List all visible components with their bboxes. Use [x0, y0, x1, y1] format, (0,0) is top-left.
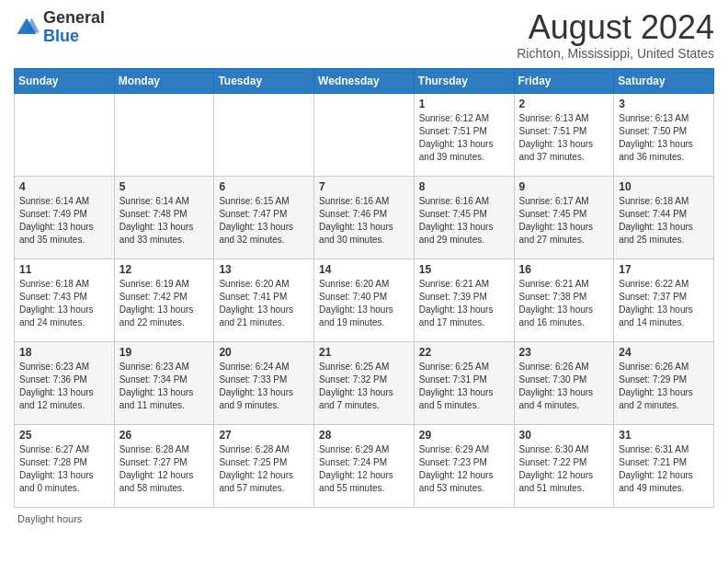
header-row: SundayMondayTuesdayWednesdayThursdayFrid… [15, 68, 714, 93]
calendar-cell: 7Sunrise: 6:16 AM Sunset: 7:46 PM Daylig… [314, 176, 415, 259]
calendar-cell: 17Sunrise: 6:22 AM Sunset: 7:37 PM Dayli… [614, 259, 714, 341]
calendar-cell: 22Sunrise: 6:25 AM Sunset: 7:31 PM Dayli… [414, 341, 514, 424]
header-day-tuesday: Tuesday [214, 68, 314, 93]
calendar-body: 1Sunrise: 6:12 AM Sunset: 7:51 PM Daylig… [15, 93, 714, 507]
calendar-cell: 19Sunrise: 6:23 AM Sunset: 7:34 PM Dayli… [114, 341, 214, 424]
calendar-cell: 9Sunrise: 6:17 AM Sunset: 7:45 PM Daylig… [514, 176, 614, 259]
calendar-cell: 16Sunrise: 6:21 AM Sunset: 7:38 PM Dayli… [514, 259, 614, 341]
calendar-cell: 5Sunrise: 6:14 AM Sunset: 7:48 PM Daylig… [114, 176, 214, 259]
day-number: 20 [219, 346, 309, 359]
logo-general-text: General [43, 9, 105, 28]
day-number: 10 [619, 180, 709, 193]
day-number: 28 [319, 429, 409, 442]
day-number: 19 [119, 346, 210, 359]
day-number: 23 [519, 346, 609, 359]
day-info: Sunrise: 6:19 AM Sunset: 7:42 PM Dayligh… [119, 278, 210, 329]
day-info: Sunrise: 6:17 AM Sunset: 7:45 PM Dayligh… [519, 195, 609, 247]
title-block: August 2024 Richton, Mississippi, United… [517, 9, 714, 61]
day-number: 21 [319, 346, 409, 359]
week-row-4: 18Sunrise: 6:23 AM Sunset: 7:36 PM Dayli… [15, 341, 714, 424]
day-info: Sunrise: 6:26 AM Sunset: 7:30 PM Dayligh… [519, 361, 609, 412]
day-number: 8 [419, 180, 509, 193]
day-number: 18 [19, 346, 109, 359]
day-info: Sunrise: 6:18 AM Sunset: 7:43 PM Dayligh… [19, 278, 109, 329]
day-info: Sunrise: 6:27 AM Sunset: 7:28 PM Dayligh… [19, 443, 109, 495]
calendar-cell: 31Sunrise: 6:31 AM Sunset: 7:21 PM Dayli… [614, 424, 714, 507]
calendar-cell: 30Sunrise: 6:30 AM Sunset: 7:22 PM Dayli… [514, 424, 614, 507]
day-info: Sunrise: 6:23 AM Sunset: 7:34 PM Dayligh… [119, 361, 210, 412]
day-info: Sunrise: 6:28 AM Sunset: 7:25 PM Dayligh… [219, 443, 309, 495]
calendar-cell: 26Sunrise: 6:28 AM Sunset: 7:27 PM Dayli… [114, 424, 214, 507]
day-number: 29 [419, 429, 509, 442]
day-info: Sunrise: 6:20 AM Sunset: 7:41 PM Dayligh… [219, 278, 309, 329]
main-title: August 2024 [517, 9, 714, 46]
day-number: 7 [319, 180, 409, 193]
week-row-1: 1Sunrise: 6:12 AM Sunset: 7:51 PM Daylig… [15, 93, 714, 176]
day-number: 17 [619, 263, 709, 276]
calendar-cell: 10Sunrise: 6:18 AM Sunset: 7:44 PM Dayli… [614, 176, 714, 259]
day-info: Sunrise: 6:13 AM Sunset: 7:50 PM Dayligh… [619, 112, 709, 164]
day-number: 27 [219, 429, 309, 442]
day-info: Sunrise: 6:22 AM Sunset: 7:37 PM Dayligh… [619, 278, 709, 329]
day-number: 15 [419, 263, 509, 276]
day-number: 16 [519, 263, 609, 276]
day-info: Sunrise: 6:16 AM Sunset: 7:45 PM Dayligh… [419, 195, 509, 247]
day-number: 2 [519, 98, 609, 110]
logo-blue-text: Blue [43, 28, 105, 46]
day-number: 5 [119, 180, 210, 193]
subtitle: Richton, Mississippi, United States [517, 46, 714, 61]
day-info: Sunrise: 6:14 AM Sunset: 7:48 PM Dayligh… [119, 195, 210, 247]
calendar-cell: 29Sunrise: 6:29 AM Sunset: 7:23 PM Dayli… [414, 424, 514, 507]
calendar-cell: 20Sunrise: 6:24 AM Sunset: 7:33 PM Dayli… [214, 341, 314, 424]
day-number: 9 [519, 180, 609, 193]
day-info: Sunrise: 6:13 AM Sunset: 7:51 PM Dayligh… [519, 112, 609, 164]
day-number: 3 [619, 98, 709, 110]
header-day-friday: Friday [514, 68, 614, 93]
calendar-cell: 3Sunrise: 6:13 AM Sunset: 7:50 PM Daylig… [614, 93, 714, 176]
day-info: Sunrise: 6:23 AM Sunset: 7:36 PM Dayligh… [19, 361, 109, 412]
header-day-sunday: Sunday [15, 68, 115, 93]
calendar-table: SundayMondayTuesdayWednesdayThursdayFrid… [14, 68, 714, 508]
day-info: Sunrise: 6:21 AM Sunset: 7:38 PM Dayligh… [519, 278, 609, 329]
calendar-cell: 21Sunrise: 6:25 AM Sunset: 7:32 PM Dayli… [314, 341, 415, 424]
day-info: Sunrise: 6:12 AM Sunset: 7:51 PM Dayligh… [419, 112, 509, 164]
day-number: 30 [519, 429, 609, 442]
calendar-cell [314, 93, 415, 176]
day-info: Sunrise: 6:20 AM Sunset: 7:40 PM Dayligh… [319, 278, 409, 329]
calendar-cell: 2Sunrise: 6:13 AM Sunset: 7:51 PM Daylig… [514, 93, 614, 176]
calendar-cell: 27Sunrise: 6:28 AM Sunset: 7:25 PM Dayli… [214, 424, 314, 507]
day-info: Sunrise: 6:25 AM Sunset: 7:32 PM Dayligh… [319, 361, 409, 412]
day-info: Sunrise: 6:14 AM Sunset: 7:49 PM Dayligh… [19, 195, 109, 247]
calendar-cell: 13Sunrise: 6:20 AM Sunset: 7:41 PM Dayli… [214, 259, 314, 341]
calendar-cell: 14Sunrise: 6:20 AM Sunset: 7:40 PM Dayli… [314, 259, 415, 341]
day-number: 31 [619, 429, 709, 442]
day-number: 4 [19, 180, 109, 193]
day-number: 6 [219, 180, 309, 193]
daylight-label: Daylight hours [14, 513, 714, 524]
day-info: Sunrise: 6:25 AM Sunset: 7:31 PM Dayligh… [419, 361, 509, 412]
calendar-cell [114, 93, 214, 176]
calendar-cell: 6Sunrise: 6:15 AM Sunset: 7:47 PM Daylig… [214, 176, 314, 259]
calendar-cell: 4Sunrise: 6:14 AM Sunset: 7:49 PM Daylig… [15, 176, 115, 259]
calendar-header: SundayMondayTuesdayWednesdayThursdayFrid… [15, 68, 714, 93]
day-number: 14 [319, 263, 409, 276]
calendar-cell: 28Sunrise: 6:29 AM Sunset: 7:24 PM Dayli… [314, 424, 415, 507]
day-number: 13 [219, 263, 309, 276]
calendar-cell: 25Sunrise: 6:27 AM Sunset: 7:28 PM Dayli… [15, 424, 115, 507]
day-info: Sunrise: 6:21 AM Sunset: 7:39 PM Dayligh… [419, 278, 509, 329]
day-info: Sunrise: 6:18 AM Sunset: 7:44 PM Dayligh… [619, 195, 709, 247]
day-number: 26 [119, 429, 210, 442]
day-info: Sunrise: 6:29 AM Sunset: 7:23 PM Dayligh… [419, 443, 509, 495]
day-info: Sunrise: 6:24 AM Sunset: 7:33 PM Dayligh… [219, 361, 309, 412]
day-info: Sunrise: 6:30 AM Sunset: 7:22 PM Dayligh… [519, 443, 609, 495]
day-info: Sunrise: 6:26 AM Sunset: 7:29 PM Dayligh… [619, 361, 709, 412]
day-info: Sunrise: 6:16 AM Sunset: 7:46 PM Dayligh… [319, 195, 409, 247]
calendar-cell: 24Sunrise: 6:26 AM Sunset: 7:29 PM Dayli… [614, 341, 714, 424]
day-info: Sunrise: 6:29 AM Sunset: 7:24 PM Dayligh… [319, 443, 409, 495]
header-day-thursday: Thursday [414, 68, 514, 93]
day-number: 25 [19, 429, 109, 442]
week-row-5: 25Sunrise: 6:27 AM Sunset: 7:28 PM Dayli… [15, 424, 714, 507]
header-day-saturday: Saturday [614, 68, 714, 93]
calendar-cell: 12Sunrise: 6:19 AM Sunset: 7:42 PM Dayli… [114, 259, 214, 341]
day-number: 11 [19, 263, 109, 276]
